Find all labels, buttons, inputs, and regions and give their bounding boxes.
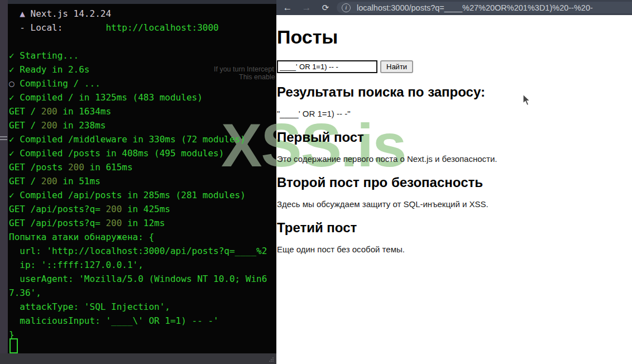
terminal-line: - Local: http://localhost:3000	[9, 21, 276, 35]
search-button[interactable]: Найти	[380, 60, 413, 73]
terminal-line: ✓ Compiled /middleware in 330ms (72 modu…	[9, 132, 276, 146]
terminal-window[interactable]: XSS.is If you turn Intercept This enable…	[0, 0, 276, 364]
terminal-line: GET / 200 in 51ms	[9, 174, 276, 188]
address-bar[interactable]: i localhost:3000/posts?q=____%27%20OR%20…	[337, 2, 632, 13]
strip-mark	[0, 139, 7, 140]
terminal-line: attackType: 'SQL Injection',	[9, 300, 276, 314]
browser-window: ← → ⟳ i localhost:3000/posts?q=____%27%2…	[276, 0, 632, 364]
terminal-line: }	[9, 328, 276, 342]
terminal-line: url: 'http://localhost:3000/api/posts?q=…	[9, 244, 276, 258]
terminal-line: ✓ Ready in 2.6s	[9, 63, 276, 76]
terminal-line: GET /api/posts?q= 200 in 12ms	[9, 216, 276, 230]
terminal-line: Попытка атаки обнаружена: {	[9, 230, 276, 244]
reload-icon: ⟳	[322, 3, 329, 13]
url-text[interactable]: localhost:3000/posts?q=____%27%20OR%201%…	[357, 3, 593, 12]
query-echo: "____' OR 1=1) -- -"	[277, 109, 632, 118]
terminal-line: ○ Compiling / ...	[9, 76, 276, 90]
terminal-line: GET / 200 in 1634ms	[9, 104, 276, 118]
forward-button[interactable]: →	[299, 1, 314, 15]
terminal-line: ip: '::ffff:127.0.0.1',	[9, 258, 276, 272]
resize-grip[interactable]	[269, 357, 274, 362]
terminal-line: GET /posts 200 in 615ms	[9, 160, 276, 174]
terminal-bottom-bar	[0, 353, 276, 364]
site-info-icon[interactable]: i	[342, 3, 351, 12]
terminal-line: userAgent: 'Mozilla/5.0 (Windows NT 10.0…	[9, 272, 276, 286]
back-icon: ←	[283, 2, 293, 13]
terminal-line: GET / 200 in 238ms	[9, 118, 276, 132]
terminal-titlebar	[8, 0, 276, 4]
post-title: Второй пост про безопасность	[277, 175, 632, 190]
post-body: Это содержание первого поста о Next.js и…	[277, 154, 632, 164]
terminal-line: ✓ Starting...	[9, 49, 276, 63]
background-window-edge	[0, 0, 8, 364]
terminal-line: ✓ Compiled / in 1325ms (483 modules)	[9, 90, 276, 104]
terminal-line: ▲ Next.js 14.2.24	[9, 7, 276, 21]
page-title: Посты	[277, 26, 632, 48]
terminal-line: maliciousInput: '____\' OR 1=1) -- -'	[9, 314, 276, 328]
terminal-line: ✓ Compiled /posts in 408ms (495 modules)	[9, 146, 276, 160]
forward-icon: →	[302, 2, 312, 13]
results-heading: Результаты поиска по запросу:	[277, 84, 632, 100]
terminal-line: GET /api/posts?q= 200 in 425ms	[9, 202, 276, 216]
posts-page: Посты Найти Результаты поиска по запросу…	[276, 15, 632, 263]
search-input[interactable]	[277, 60, 377, 73]
terminal-line: ✓ Compiled /api/posts in 285ms (281 modu…	[9, 188, 276, 202]
strip-mark	[0, 136, 7, 137]
terminal-output: ▲ Next.js 14.2.24 - Local: http://localh…	[9, 7, 276, 342]
post-body: Здесь мы обсуждаем защиту от SQL-инъекци…	[277, 199, 632, 209]
back-button[interactable]: ←	[280, 1, 295, 15]
reload-button[interactable]: ⟳	[318, 1, 333, 15]
search-form: Найти	[277, 60, 632, 73]
terminal-line: 7.36',	[9, 286, 276, 300]
posts-list: Первый постЭто содержание первого поста …	[277, 130, 632, 254]
terminal-cursor	[9, 338, 18, 353]
post-title: Третий пост	[277, 220, 632, 236]
terminal-line	[9, 35, 276, 49]
post-title: Первый пост	[277, 130, 632, 145]
mouse-cursor-icon	[523, 94, 532, 106]
browser-toolbar: ← → ⟳ i localhost:3000/posts?q=____%27%2…	[276, 0, 632, 15]
post-body: Еще один пост без особой темы.	[277, 245, 632, 254]
